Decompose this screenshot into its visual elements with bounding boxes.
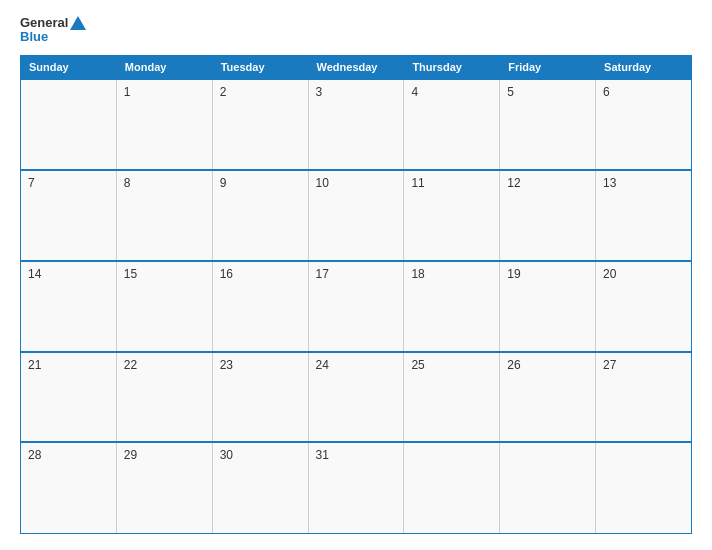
calendar-day-2: 2: [212, 79, 308, 170]
day-header-monday: Monday: [116, 55, 212, 79]
day-number: 3: [316, 85, 323, 99]
calendar-day-empty: [404, 442, 500, 533]
day-header-thursday: Thursday: [404, 55, 500, 79]
day-header-sunday: Sunday: [21, 55, 117, 79]
day-number: 29: [124, 448, 137, 462]
calendar-day-22: 22: [116, 352, 212, 443]
day-number: 8: [124, 176, 131, 190]
calendar-day-13: 13: [596, 170, 692, 261]
calendar-day-29: 29: [116, 442, 212, 533]
calendar-week-row: 123456: [21, 79, 692, 170]
day-number: 1: [124, 85, 131, 99]
day-number: 12: [507, 176, 520, 190]
calendar-day-26: 26: [500, 352, 596, 443]
day-number: 4: [411, 85, 418, 99]
day-number: 13: [603, 176, 616, 190]
logo-triangle-icon: [70, 16, 86, 30]
calendar-day-11: 11: [404, 170, 500, 261]
day-number: 27: [603, 358, 616, 372]
calendar-day-5: 5: [500, 79, 596, 170]
calendar-day-10: 10: [308, 170, 404, 261]
day-number: 10: [316, 176, 329, 190]
day-number: 31: [316, 448, 329, 462]
calendar-day-8: 8: [116, 170, 212, 261]
day-number: 6: [603, 85, 610, 99]
calendar-day-21: 21: [21, 352, 117, 443]
logo-text-general: General: [20, 16, 68, 30]
day-number: 24: [316, 358, 329, 372]
day-number: 21: [28, 358, 41, 372]
logo-text-blue: Blue: [20, 30, 48, 44]
calendar-day-12: 12: [500, 170, 596, 261]
calendar-week-row: 21222324252627: [21, 352, 692, 443]
calendar-table: SundayMondayTuesdayWednesdayThursdayFrid…: [20, 55, 692, 534]
calendar-day-empty: [500, 442, 596, 533]
calendar-day-9: 9: [212, 170, 308, 261]
day-header-tuesday: Tuesday: [212, 55, 308, 79]
calendar-day-empty: [21, 79, 117, 170]
calendar-header: General Blue: [20, 16, 692, 45]
day-number: 25: [411, 358, 424, 372]
day-number: 9: [220, 176, 227, 190]
day-header-friday: Friday: [500, 55, 596, 79]
day-number: 15: [124, 267, 137, 281]
days-header-row: SundayMondayTuesdayWednesdayThursdayFrid…: [21, 55, 692, 79]
day-number: 30: [220, 448, 233, 462]
day-number: 2: [220, 85, 227, 99]
calendar-day-23: 23: [212, 352, 308, 443]
calendar-day-20: 20: [596, 261, 692, 352]
calendar-day-24: 24: [308, 352, 404, 443]
calendar-day-25: 25: [404, 352, 500, 443]
calendar-day-4: 4: [404, 79, 500, 170]
day-number: 23: [220, 358, 233, 372]
calendar-day-28: 28: [21, 442, 117, 533]
day-number: 18: [411, 267, 424, 281]
day-header-saturday: Saturday: [596, 55, 692, 79]
calendar-page: General Blue SundayMondayTuesdayWednesda…: [0, 0, 712, 550]
day-number: 26: [507, 358, 520, 372]
calendar-day-15: 15: [116, 261, 212, 352]
calendar-week-row: 14151617181920: [21, 261, 692, 352]
calendar-day-1: 1: [116, 79, 212, 170]
logo: General Blue: [20, 16, 86, 45]
day-number: 16: [220, 267, 233, 281]
day-header-wednesday: Wednesday: [308, 55, 404, 79]
calendar-day-6: 6: [596, 79, 692, 170]
calendar-day-16: 16: [212, 261, 308, 352]
calendar-body: 1234567891011121314151617181920212223242…: [21, 79, 692, 534]
calendar-day-31: 31: [308, 442, 404, 533]
calendar-week-row: 78910111213: [21, 170, 692, 261]
calendar-day-empty: [596, 442, 692, 533]
calendar-day-14: 14: [21, 261, 117, 352]
day-number: 19: [507, 267, 520, 281]
calendar-day-18: 18: [404, 261, 500, 352]
calendar-week-row: 28293031: [21, 442, 692, 533]
day-number: 22: [124, 358, 137, 372]
day-number: 28: [28, 448, 41, 462]
day-number: 14: [28, 267, 41, 281]
day-number: 17: [316, 267, 329, 281]
calendar-day-19: 19: [500, 261, 596, 352]
day-number: 11: [411, 176, 424, 190]
day-number: 5: [507, 85, 514, 99]
calendar-day-7: 7: [21, 170, 117, 261]
calendar-day-30: 30: [212, 442, 308, 533]
calendar-day-27: 27: [596, 352, 692, 443]
calendar-day-17: 17: [308, 261, 404, 352]
day-number: 20: [603, 267, 616, 281]
calendar-day-3: 3: [308, 79, 404, 170]
day-number: 7: [28, 176, 35, 190]
